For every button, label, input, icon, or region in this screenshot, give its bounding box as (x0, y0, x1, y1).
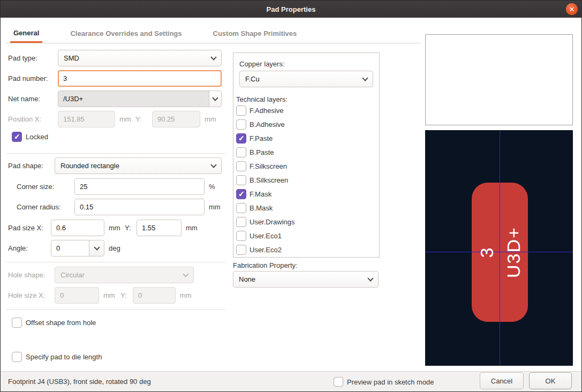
pad-number-input[interactable] (58, 70, 222, 87)
chevron-down-icon (362, 75, 368, 81)
tab-clearance-overrides[interactable]: Clearance Overrides and Settings (67, 24, 185, 43)
locked-checkbox[interactable] (12, 132, 22, 142)
pad-type-label: Pad type: (8, 54, 37, 62)
layer-checkbox-f-silkscreen[interactable] (236, 161, 246, 171)
angle-unit: deg (109, 244, 120, 252)
pad-number-label: Pad number: (8, 74, 48, 82)
pad-to-die-checkbox[interactable] (12, 352, 22, 362)
layer-checkbox-b-silkscreen[interactable] (236, 175, 246, 185)
layer-checkbox-b-adhesive[interactable] (236, 119, 246, 130)
net-name-dropdown-button[interactable] (209, 91, 222, 107)
hole-size-x-unit: mm (103, 291, 115, 299)
layer-label-b-silkscreen: B.Silkscreen (250, 176, 288, 184)
pad-shape-value: Rounded rectangle (61, 162, 119, 170)
layer-checkbox-b-paste[interactable] (236, 147, 246, 157)
layer-label-f-adhesive: F.Adhesive (250, 107, 284, 115)
titlebar[interactable]: Pad Properties ✕ (1, 1, 581, 18)
copper-layer-value: F.Cu (245, 75, 260, 83)
footer-bar: Footprint J4 (USB3), front side, rotated… (1, 371, 582, 392)
layer-label-f-mask: F.Mask (250, 190, 271, 198)
pad-type-value: SMD (64, 54, 79, 62)
cancel-button[interactable]: Cancel (480, 372, 524, 389)
hole-size-y-input (133, 287, 176, 304)
layer-label-user-eco1: User.Eco1 (250, 232, 282, 240)
pad-size-y-label: Y: (125, 224, 131, 232)
layer-checkbox-f-mask[interactable] (236, 189, 246, 199)
net-name-combo[interactable]: /U3D+ (58, 91, 209, 107)
layer-checkbox-f-adhesive[interactable] (236, 105, 246, 116)
layer-label-f-paste: F.Paste (250, 134, 273, 142)
pad-size-x-label: Pad size X: (8, 224, 43, 232)
sketch-mode-label: Preview pad in sketch mode (347, 378, 434, 386)
position-y-label: Y: (135, 115, 142, 123)
angle-label: Angle: (8, 244, 28, 252)
separator (6, 153, 225, 154)
pad-shape-dropdown[interactable]: Rounded rectangle (55, 157, 222, 174)
fabrication-property-dropdown[interactable]: None (233, 271, 379, 288)
chevron-down-icon (212, 95, 218, 101)
fabrication-property-label: Fabrication Property: (233, 261, 298, 269)
footer-status-text: Footprint J4 (USB3), front side, rotated… (8, 378, 151, 386)
position-x-input (58, 111, 115, 127)
hole-size-y-unit: mm (180, 291, 192, 299)
offset-shape-label: Offset shape from hole (26, 319, 96, 327)
corner-size-input[interactable] (74, 178, 205, 195)
net-name-text: U3D+ (500, 227, 527, 278)
layer-label-user-drawings: User.Drawings (250, 218, 295, 226)
pad-size-y-input[interactable] (137, 220, 182, 236)
layer-checkbox-user-drawings[interactable] (236, 217, 246, 227)
window-title: Pad Properties (267, 5, 316, 13)
upper-preview-panel (425, 34, 573, 125)
layer-checkbox-user-eco1[interactable] (236, 231, 246, 241)
angle-input[interactable] (51, 240, 89, 257)
net-name-label: Net name: (8, 95, 40, 103)
tab-custom-shape-primitives[interactable]: Custom Shape Primitives (210, 24, 300, 43)
layer-checkbox-b-mask[interactable] (236, 203, 246, 213)
separator (6, 309, 225, 310)
hole-size-y-label: Y: (120, 291, 127, 299)
chevron-down-icon (367, 275, 373, 281)
pad-size-y-unit: mm (186, 224, 198, 232)
position-x-label: Position X: (8, 115, 41, 123)
hole-size-x-label: Hole size X: (8, 291, 45, 299)
layer-label-user-eco2: User.Eco2 (250, 246, 282, 254)
tab-general[interactable]: General (10, 24, 42, 43)
copper-layer-dropdown[interactable]: F.Cu (239, 71, 373, 87)
technical-layers-label: Technical layers: (236, 95, 288, 103)
offset-shape-checkbox[interactable] (12, 318, 22, 328)
corner-radius-label: Corner radius: (17, 203, 61, 211)
pad-type-dropdown[interactable]: SMD (58, 50, 222, 66)
corner-radius-input[interactable] (74, 199, 205, 215)
position-y-unit: mm (205, 115, 216, 123)
chevron-down-icon (183, 271, 188, 277)
pad-size-x-input[interactable] (51, 220, 104, 236)
layer-label-f-silkscreen: F.Silkscreen (250, 162, 287, 170)
layer-checkbox-user-eco2[interactable] (236, 245, 246, 255)
close-button[interactable]: ✕ (566, 3, 578, 15)
hole-shape-label: Hole shape: (8, 271, 45, 279)
layer-label-b-paste: B.Paste (250, 148, 274, 156)
corner-size-unit: % (209, 183, 215, 191)
pad-properties-dialog: Pad Properties ✕ General Clearance Overr… (0, 0, 582, 392)
pad-shape-label: Pad shape: (8, 162, 43, 170)
layer-label-b-adhesive: B.Adhesive (250, 120, 285, 129)
position-x-unit: mm (119, 115, 131, 123)
pad-preview-canvas[interactable]: 3 U3D+ (425, 130, 573, 366)
chevron-down-icon (94, 244, 100, 250)
sketch-mode-checkbox[interactable] (334, 377, 343, 387)
angle-dropdown-button[interactable] (89, 240, 104, 257)
corner-size-label: Corner size: (17, 183, 54, 191)
pad-size-x-unit: mm (109, 224, 120, 232)
ok-button[interactable]: OK (529, 372, 572, 389)
close-icon: ✕ (569, 6, 575, 13)
hole-size-x-input (55, 287, 99, 304)
chevron-down-icon (210, 54, 216, 60)
position-y-input (152, 111, 200, 127)
chevron-down-icon (210, 162, 216, 168)
corner-radius-unit: mm (209, 203, 221, 211)
layer-label-b-mask: B.Mask (250, 204, 273, 212)
copper-layers-label: Copper layers: (239, 60, 285, 68)
layer-checkbox-f-paste[interactable] (236, 133, 246, 144)
pad-number-text: 3 (473, 227, 500, 278)
separator (6, 262, 225, 262)
